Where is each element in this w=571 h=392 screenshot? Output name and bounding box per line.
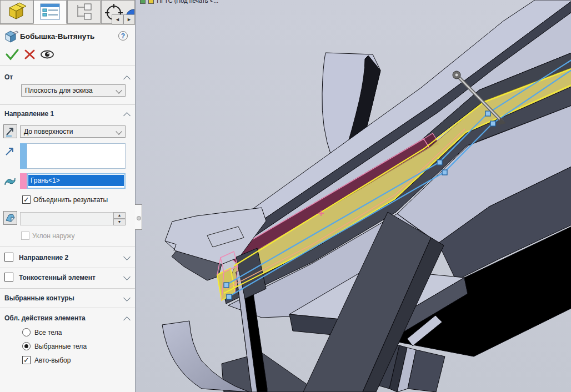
tree-item-label: ПГТС (Под печать <...	[157, 0, 218, 4]
feature-title-row: Бобышка-Вытянуть ?	[0, 27, 135, 46]
tab-scroll-right-button[interactable]: ►	[123, 14, 135, 24]
merge-result-label: Объединить результаты	[33, 196, 108, 204]
preview-button[interactable]	[40, 49, 56, 61]
direction2-checkbox[interactable]	[4, 253, 13, 262]
configurations-icon	[68, 1, 100, 23]
panel-tab-bar: ◄ ►	[0, 0, 135, 25]
divider	[0, 104, 135, 105]
draft-angle-field[interactable]	[20, 212, 126, 225]
section-contours-header[interactable]: Выбранные контуры	[4, 294, 74, 302]
divider	[0, 308, 135, 308]
model-view	[136, 0, 571, 392]
handle	[490, 121, 495, 126]
from-plane-dropdown[interactable]: Плоскость для эскиза	[21, 84, 126, 97]
divider	[0, 268, 135, 268]
part-icon	[1, 1, 33, 23]
handle	[442, 170, 447, 175]
section-direction1-header[interactable]: Направление 1	[4, 110, 54, 118]
handle	[485, 111, 490, 116]
help-icon[interactable]: ?	[118, 31, 128, 41]
chevron-down-icon	[116, 87, 122, 93]
scope-selected-bodies-radio[interactable]	[22, 342, 31, 350]
expand-chevron-icon[interactable]	[123, 273, 131, 280]
property-manager-panel: ◄ ► Бобышка-Вытянуть ?	[0, 0, 135, 392]
collapse-chevron-icon[interactable]	[123, 316, 131, 324]
part-icon	[148, 0, 154, 4]
properties-icon	[34, 1, 66, 23]
face-reference-listbox[interactable]: Грань<1>	[27, 173, 126, 189]
section-from-header[interactable]: От	[4, 73, 13, 81]
extrude-feature-icon	[3, 29, 20, 43]
graphics-area[interactable]: ПГТС (Под печать <...	[135, 0, 571, 392]
merge-result-checkbox[interactable]: ✓	[22, 195, 31, 204]
expand-chevron-icon[interactable]	[123, 294, 131, 301]
extrude-direction-icon	[4, 145, 16, 157]
solidworks-window: ◄ ► Бобышка-Вытянуть ?	[0, 0, 571, 392]
scope-all-bodies-label: Все тела	[34, 329, 62, 336]
divider	[0, 66, 135, 66]
thin-feature-checkbox[interactable]	[4, 273, 13, 282]
handle	[437, 160, 442, 165]
page-title: Бобышка-Вытянуть	[20, 32, 94, 41]
section-thin-header[interactable]: Тонкостенный элемент	[19, 274, 96, 282]
auto-select-label: Авто-выбор	[34, 356, 71, 364]
section-direction2-header[interactable]: Направление 2	[19, 254, 68, 262]
scope-selected-bodies-label: Выбранные тела	[34, 343, 87, 350]
face-icon	[3, 175, 17, 187]
tab-featuremanager[interactable]	[0, 0, 33, 24]
draft-icon	[4, 212, 17, 224]
scope-all-bodies-radio[interactable]	[22, 328, 31, 336]
cancel-button[interactable]	[23, 48, 37, 62]
chevron-down-icon	[116, 128, 122, 134]
spin-down-button[interactable]: ▼	[113, 219, 126, 225]
direction-swatch-blue	[20, 143, 27, 169]
splitter-grip-icon	[137, 216, 141, 220]
selected-face-item[interactable]: Грань<1>	[28, 175, 124, 186]
draft-angle-spinner: ▲ ▼	[113, 212, 126, 225]
reverse-direction-button[interactable]	[3, 124, 17, 138]
tab-scroll-left-button[interactable]: ◄	[112, 14, 123, 24]
handle	[224, 283, 229, 288]
section-scope-header[interactable]: Обл. действия элемента	[4, 314, 86, 322]
direction-reference-listbox[interactable]	[27, 143, 126, 169]
panel-splitter-handle[interactable]	[135, 204, 142, 230]
end-condition-value: До поверхности	[24, 128, 73, 135]
spin-up-button[interactable]: ▲	[113, 212, 126, 219]
confirm-button[interactable]	[4, 48, 20, 61]
assembly-icon	[140, 0, 146, 4]
handle	[227, 294, 232, 299]
draft-button[interactable]	[3, 211, 17, 225]
tab-propertymanager[interactable]	[33, 0, 67, 24]
divider	[0, 247, 135, 247]
expand-chevron-icon[interactable]	[123, 253, 131, 260]
draft-outward-label: Уклон наружу	[32, 232, 74, 240]
reverse-direction-icon	[4, 125, 17, 138]
action-buttons	[0, 47, 135, 64]
feature-tree-flyout[interactable]: ПГТС (Под печать <...	[140, 0, 218, 5]
tab-configurationmanager[interactable]	[67, 0, 101, 24]
draft-outward-checkbox[interactable]	[21, 232, 29, 240]
auto-select-checkbox[interactable]: ✓	[22, 356, 31, 364]
end-condition-dropdown[interactable]: До поверхности	[20, 125, 126, 138]
collapse-chevron-icon[interactable]	[123, 76, 131, 83]
from-plane-value: Плоскость для эскиза	[25, 87, 93, 94]
collapse-chevron-icon[interactable]	[123, 112, 131, 119]
divider	[0, 288, 135, 289]
face-swatch-pink	[20, 173, 27, 189]
